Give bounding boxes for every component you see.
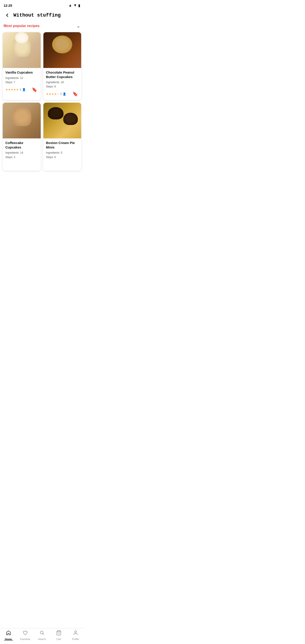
recipe-meta-vanilla: Ingredients: 12 Steps: 7 [5, 76, 38, 84]
recipe-info-vanilla: Vanilla Cupcakes Ingredients: 12 Steps: … [3, 68, 41, 96]
recipe-footer-coffeecake [5, 161, 38, 168]
sort-label: Most popular recipes [4, 24, 40, 28]
recipe-info-coffeecake: Coffeecake Cupcakes Ingredients: 14 Step… [3, 138, 41, 170]
wifi-icon: ▼ [73, 3, 77, 8]
recipe-meta-choco: Ingredients: 19 Steps: 8 [46, 80, 79, 89]
sort-bar[interactable]: Most popular recipes ⌄ [0, 22, 84, 32]
recipe-meta-boston: Ingredients: 5 Steps: 6 [46, 151, 79, 159]
bookmark-button-boston[interactable] [72, 161, 78, 168]
recipe-info-choco: Chocolate Peanut Butter Cupcakes Ingredi… [44, 68, 82, 100]
status-time: 12:25 [4, 4, 12, 8]
page-header: Without stuffing [0, 10, 84, 22]
status-bar: 12:25 ▲ ▼ ▮ [0, 0, 84, 10]
recipe-title-coffeecake: Coffeecake Cupcakes [5, 141, 38, 149]
person-icon: 👤 [22, 88, 26, 91]
bookmark-icon: 🔖 [72, 91, 78, 96]
recipe-footer-choco: ★★★★☆ 1 👤 🔖 [46, 90, 79, 97]
status-icons: ▲ ▼ ▮ [68, 3, 80, 8]
recipe-info-boston: Boston Cream Pie Minis Ingredients: 5 St… [44, 138, 82, 170]
recipe-image-coffeecake [3, 103, 41, 138]
recipe-card-vanilla-cupcakes[interactable]: Vanilla Cupcakes Ingredients: 12 Steps: … [3, 32, 41, 100]
recipe-footer-boston [46, 161, 79, 168]
recipe-rating-choco: ★★★★☆ 1 👤 [46, 92, 66, 96]
signal-icon: ▲ [68, 3, 72, 8]
bookmark-button-choco[interactable]: 🔖 [72, 90, 78, 97]
recipe-footer-vanilla: ★★★★★ 1 👤 🔖 [5, 86, 38, 93]
battery-icon: ▮ [78, 3, 80, 8]
bookmark-icon: 🔖 [32, 87, 37, 92]
recipe-meta-coffeecake: Ingredients: 14 Steps: 3 [5, 151, 38, 159]
recipe-image-vanilla [3, 32, 41, 68]
recipe-card-coffeecake[interactable]: Coffeecake Cupcakes Ingredients: 14 Step… [3, 103, 41, 170]
stars-icon: ★★★★★ [5, 88, 19, 91]
page-title: Without stuffing [14, 12, 60, 18]
recipe-rating-vanilla: ★★★★★ 1 👤 [5, 88, 26, 91]
recipe-image-boston [44, 103, 82, 138]
bookmark-button-vanilla[interactable]: 🔖 [31, 86, 38, 93]
person-icon: 👤 [62, 92, 66, 96]
recipe-title-boston: Boston Cream Pie Minis [46, 141, 79, 149]
bookmark-button-coffeecake[interactable] [31, 161, 38, 168]
chevron-down-icon[interactable]: ⌄ [76, 23, 80, 28]
back-button[interactable] [4, 12, 11, 19]
stars-icon: ★★★★☆ [46, 92, 60, 96]
recipe-image-choco [44, 32, 82, 68]
recipe-title-vanilla: Vanilla Cupcakes [5, 70, 38, 75]
recipe-grid: Vanilla Cupcakes Ingredients: 12 Steps: … [0, 32, 84, 174]
recipe-card-boston[interactable]: Boston Cream Pie Minis Ingredients: 5 St… [44, 103, 82, 170]
recipe-card-chocolate-pb[interactable]: Chocolate Peanut Butter Cupcakes Ingredi… [44, 32, 82, 100]
recipe-title-choco: Chocolate Peanut Butter Cupcakes [46, 70, 79, 79]
